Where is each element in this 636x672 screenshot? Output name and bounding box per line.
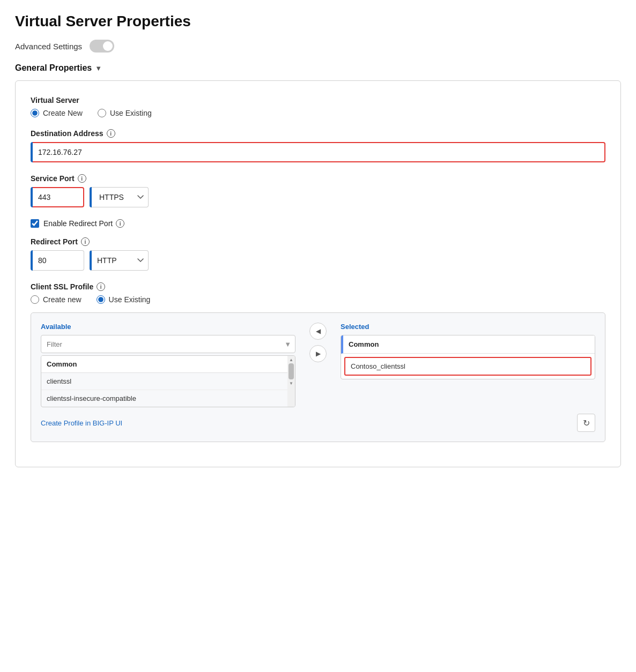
general-properties-chevron[interactable]: ▼ xyxy=(95,64,102,72)
service-port-protocol-wrap: HTTPS HTTP Other xyxy=(90,187,149,207)
selected-item[interactable]: Contoso_clientssl xyxy=(344,357,591,376)
filter-wrap: ▼ xyxy=(41,335,295,353)
move-right-button[interactable]: ▶ xyxy=(309,345,327,362)
service-port-input-wrap xyxy=(31,187,84,207)
selected-list-box: Common Contoso_clientssl xyxy=(341,335,595,379)
client-ssl-profile-field: Client SSL Profile i Create new Use Exis… xyxy=(31,282,605,442)
destination-address-info-icon: i xyxy=(107,129,115,138)
virtual-server-use-existing-label: Use Existing xyxy=(110,109,152,117)
virtual-server-field: Virtual Server Create New Use Existing xyxy=(31,96,605,117)
redirect-port-info-icon: i xyxy=(81,237,90,246)
client-ssl-create-new-option[interactable]: Create new xyxy=(31,295,82,304)
available-panel-label: Available xyxy=(41,323,295,331)
general-properties-section: General Properties ▼ xyxy=(15,63,621,73)
virtual-server-create-new-label: Create New xyxy=(43,109,83,117)
advanced-settings-label: Advanced Settings xyxy=(15,42,82,51)
available-list-item-clientssl-insecure[interactable]: clientssl-insecure-compatible xyxy=(41,390,287,407)
client-ssl-use-existing-option[interactable]: Use Existing xyxy=(97,295,151,304)
available-filter-input[interactable] xyxy=(41,335,295,353)
destination-address-label: Destination Address i xyxy=(31,129,605,138)
service-port-field: Service Port i HTTPS HTTP Other xyxy=(31,174,605,207)
selected-item-wrap: Contoso_clientssl xyxy=(341,354,595,379)
properties-card: Virtual Server Create New Use Existing D… xyxy=(15,80,621,467)
enable-redirect-port-row: Enable Redirect Port i xyxy=(31,219,605,228)
enable-redirect-port-label: Enable Redirect Port i xyxy=(43,219,124,228)
advanced-settings-toggle[interactable] xyxy=(90,40,114,53)
destination-address-input-wrap xyxy=(31,142,605,162)
redirect-port-protocol-select[interactable]: HTTP HTTPS Other xyxy=(90,250,149,271)
available-list-item-clientssl[interactable]: clientssl xyxy=(41,373,287,390)
virtual-server-use-existing-option[interactable]: Use Existing xyxy=(98,109,152,117)
client-ssl-profile-label: Client SSL Profile i xyxy=(31,282,605,291)
virtual-server-create-new-radio[interactable] xyxy=(31,109,39,117)
service-port-input[interactable] xyxy=(33,187,84,207)
client-ssl-create-new-radio[interactable] xyxy=(31,295,39,304)
transfer-arrows: ◀ ▶ xyxy=(305,323,331,362)
virtual-server-radio-group: Create New Use Existing xyxy=(31,109,605,117)
service-port-label: Service Port i xyxy=(31,174,605,183)
enable-redirect-port-checkbox[interactable] xyxy=(31,219,39,228)
available-group-header: Common xyxy=(41,356,287,373)
available-list: Common clientssl clientssl-insecure-comp… xyxy=(41,355,295,407)
ssl-bottom-row: Create Profile in BIG-IP UI ↻ xyxy=(41,414,595,432)
client-ssl-profile-info-icon: i xyxy=(97,282,105,291)
available-list-content: Common clientssl clientssl-insecure-comp… xyxy=(41,356,287,407)
general-properties-label: General Properties xyxy=(15,63,92,73)
scrollbar-thumb[interactable] xyxy=(289,363,294,379)
available-scrollbar[interactable]: ▲ ▼ xyxy=(287,356,295,407)
page-title: Virtual Server Properties xyxy=(15,13,621,30)
client-ssl-create-new-label: Create new xyxy=(43,295,82,304)
available-panel: Available ▼ Common clientssl clientssl-i… xyxy=(41,323,295,407)
service-port-protocol-select[interactable]: HTTPS HTTP Other xyxy=(90,187,149,207)
service-port-protocol-left-bar xyxy=(90,187,92,207)
scroll-up-arrow[interactable]: ▲ xyxy=(289,357,294,362)
client-ssl-use-existing-radio[interactable] xyxy=(97,295,105,304)
scroll-down-arrow[interactable]: ▼ xyxy=(289,380,294,386)
filter-icon: ▼ xyxy=(284,340,291,348)
redirect-port-field: Redirect Port i HTTP HTTPS Other xyxy=(31,237,605,271)
move-left-button[interactable]: ◀ xyxy=(309,323,327,340)
redirect-port-input-wrap xyxy=(31,250,84,271)
refresh-button[interactable]: ↻ xyxy=(577,414,595,432)
client-ssl-profile-radio-group: Create new Use Existing xyxy=(31,295,605,304)
redirect-port-input[interactable] xyxy=(33,250,84,271)
client-ssl-use-existing-label: Use Existing xyxy=(109,295,151,304)
dual-panel: Available ▼ Common clientssl clientssl-i… xyxy=(41,323,595,407)
ssl-section: Available ▼ Common clientssl clientssl-i… xyxy=(31,312,605,442)
destination-address-field: Destination Address i xyxy=(31,129,605,162)
virtual-server-use-existing-radio[interactable] xyxy=(98,109,106,117)
destination-address-input[interactable] xyxy=(33,142,605,162)
virtual-server-create-new-option[interactable]: Create New xyxy=(31,109,83,117)
redirect-port-label: Redirect Port i xyxy=(31,237,605,246)
service-port-row: HTTPS HTTP Other xyxy=(31,187,605,207)
enable-redirect-port-info-icon: i xyxy=(116,219,124,228)
create-profile-link[interactable]: Create Profile in BIG-IP UI xyxy=(41,419,122,427)
virtual-server-label: Virtual Server xyxy=(31,96,605,104)
selected-group-header: Common xyxy=(341,335,595,354)
selected-panel-label: Selected xyxy=(341,323,595,331)
selected-panel: Selected Common Contoso_clientssl xyxy=(341,323,595,379)
redirect-port-row: HTTP HTTPS Other xyxy=(31,250,605,271)
service-port-info-icon: i xyxy=(78,174,86,183)
